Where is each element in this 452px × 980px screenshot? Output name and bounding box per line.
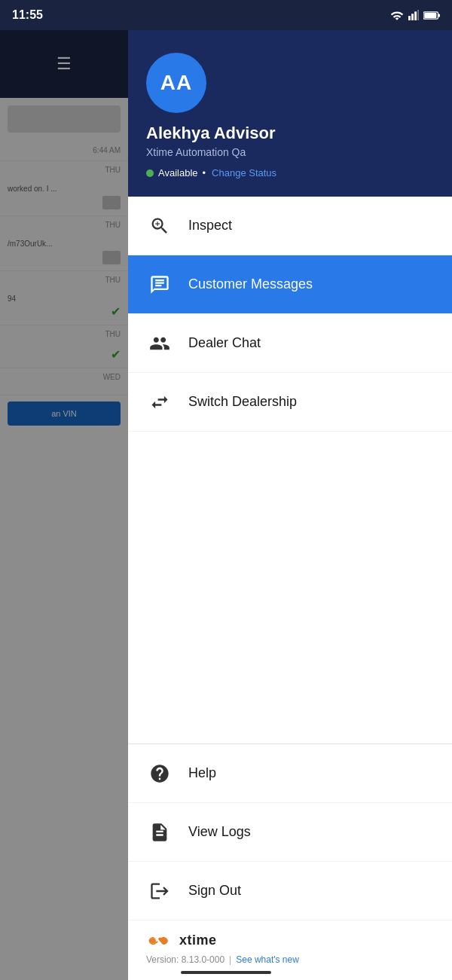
sidebar-item-inspect[interactable]: Inspect: [128, 197, 452, 255]
svg-rect-3: [417, 10, 419, 20]
user-name: Alekhya Advisor: [146, 124, 276, 143]
status-bar: 11:55: [0, 0, 452, 30]
sidebar-item-help[interactable]: Help: [128, 744, 452, 803]
drawer-footer: xtime Version: 8.13.0-000 | See what's n…: [128, 920, 452, 980]
dealer-chat-icon: [146, 330, 173, 357]
status-icons: [390, 10, 440, 20]
svg-rect-0: [408, 16, 411, 20]
help-label: Help: [188, 765, 216, 781]
avatar: AA: [146, 53, 206, 113]
svg-rect-1: [411, 14, 414, 20]
drawer: AA Alekhya Advisor Xtime Automation Qa A…: [128, 30, 452, 980]
view-logs-label: View Logs: [188, 824, 251, 840]
change-status-link[interactable]: Change Status: [212, 167, 276, 179]
see-whats-new-link[interactable]: See what's new: [236, 954, 299, 965]
status-row: Available • Change Status: [146, 167, 276, 179]
overlay-dim[interactable]: [0, 30, 128, 980]
inspect-icon: [146, 212, 173, 240]
dealer-chat-label: Dealer Chat: [188, 335, 261, 351]
customer-messages-label: Customer Messages: [188, 276, 313, 292]
sidebar-item-customer-messages[interactable]: Customer Messages: [128, 255, 452, 314]
menu-bottom: Help View Logs Sign Out: [128, 743, 452, 920]
view-logs-icon: [146, 819, 173, 846]
xtime-logo-text: xtime: [179, 933, 217, 948]
battery-icon: [423, 11, 440, 20]
sidebar-item-view-logs[interactable]: View Logs: [128, 803, 452, 862]
help-icon: [146, 760, 173, 787]
version-row: Version: 8.13.0-000 | See what's new: [146, 954, 434, 965]
sign-out-label: Sign Out: [188, 883, 241, 899]
xtime-logo: xtime: [146, 933, 434, 948]
svg-rect-2: [414, 11, 417, 20]
menu-spacer: [128, 432, 452, 743]
switch-dealership-label: Switch Dealership: [188, 394, 297, 410]
status-dot: [146, 169, 154, 177]
sidebar-item-sign-out[interactable]: Sign Out: [128, 862, 452, 920]
sign-out-icon: [146, 878, 173, 905]
status-time: 11:55: [12, 8, 43, 22]
svg-rect-5: [438, 14, 440, 17]
customer-messages-icon: [146, 271, 173, 298]
version-text: Version: 8.13.0-000: [146, 954, 224, 965]
availability-status: Available: [158, 167, 198, 179]
xtime-infinity-icon: [146, 933, 173, 948]
signal-icon: [408, 10, 419, 20]
avatar-initials: AA: [160, 71, 192, 95]
user-org: Xtime Automation Qa: [146, 146, 246, 158]
svg-rect-6: [424, 13, 436, 18]
home-indicator: [181, 971, 271, 974]
switch-dealership-icon: [146, 389, 173, 416]
wifi-icon: [390, 10, 404, 20]
sidebar-item-switch-dealership[interactable]: Switch Dealership: [128, 373, 452, 432]
drawer-menu: Inspect Customer Messages Dealer Chat: [128, 197, 452, 980]
drawer-header: AA Alekhya Advisor Xtime Automation Qa A…: [128, 30, 452, 197]
inspect-label: Inspect: [188, 218, 232, 234]
sidebar-item-dealer-chat[interactable]: Dealer Chat: [128, 314, 452, 373]
